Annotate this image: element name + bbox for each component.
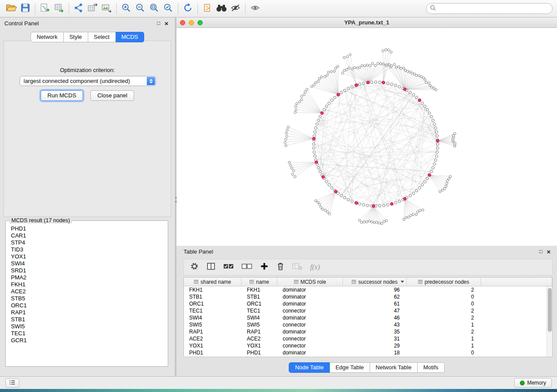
tab-node-table[interactable]: Node Table bbox=[289, 362, 330, 373]
hide-graphics-details-button[interactable] bbox=[228, 3, 242, 15]
task-history-button[interactable] bbox=[5, 378, 19, 388]
table-scrollbar[interactable] bbox=[547, 286, 552, 357]
table-row[interactable]: ORC1ORC1dominator610 bbox=[184, 300, 547, 307]
column-grid-icon bbox=[294, 279, 298, 285]
table-cell: 2 bbox=[407, 287, 481, 293]
run-mcds-button[interactable]: Run MCDS bbox=[41, 90, 83, 101]
gear-icon bbox=[190, 262, 199, 272]
mcds-result-item[interactable]: STB1 bbox=[7, 316, 166, 323]
refresh-view-button[interactable] bbox=[181, 3, 195, 15]
zoom-in-button[interactable] bbox=[119, 3, 133, 15]
tab-network-table[interactable]: Network Table bbox=[370, 362, 418, 373]
node-table-body[interactable]: FKH1FKH1dominator962STB1STB1dominator620… bbox=[184, 286, 547, 357]
show-columns-button[interactable] bbox=[207, 262, 215, 272]
save-button[interactable] bbox=[18, 3, 32, 15]
select-all-rows-button[interactable] bbox=[223, 263, 234, 272]
mcds-result-item[interactable]: SWI4 bbox=[7, 260, 166, 267]
table-row[interactable]: SWI4SWI4dominator462 bbox=[184, 314, 547, 321]
close-table-panel-button[interactable]: × bbox=[545, 248, 553, 255]
copy-network-view-button[interactable] bbox=[201, 3, 214, 15]
table-row[interactable]: SWI5SWI5connector431 bbox=[184, 321, 547, 328]
table-cell: 1 bbox=[407, 322, 481, 328]
tab-network[interactable]: Network bbox=[31, 32, 64, 42]
tab-edge-table[interactable]: Edge Table bbox=[330, 362, 370, 373]
mcds-result-item[interactable]: RAP1 bbox=[7, 309, 166, 316]
table-cell: connector bbox=[277, 343, 343, 349]
mcds-result-item[interactable]: SWI5 bbox=[7, 323, 166, 330]
scrollbar-thumb[interactable] bbox=[548, 288, 552, 332]
optimization-criterion-select[interactable]: largest connected component (undirected) bbox=[20, 76, 156, 86]
open-file-button[interactable] bbox=[4, 3, 18, 15]
export-image-button[interactable] bbox=[100, 3, 114, 15]
table-cell: SWI4 bbox=[184, 315, 242, 321]
delete-column-button[interactable] bbox=[277, 262, 284, 272]
new-network-button[interactable] bbox=[72, 3, 86, 15]
table-panel-tabs: Node Table Edge Table Network Table Moti… bbox=[289, 362, 444, 373]
mcds-result-box: MCDS result (17 nodes) PHD1CAR1STP4TID3Y… bbox=[5, 220, 168, 367]
mcds-result-item[interactable]: CAR1 bbox=[7, 232, 166, 239]
search-input[interactable] bbox=[438, 4, 552, 13]
import-network-icon bbox=[40, 3, 50, 14]
column-header-mcds-role[interactable]: MCDS role bbox=[277, 278, 343, 286]
zoom-out-button[interactable] bbox=[133, 3, 147, 15]
table-cell: 47 bbox=[343, 308, 407, 314]
float-table-panel-button[interactable]: □ bbox=[537, 248, 545, 254]
show-graphics-details-button[interactable] bbox=[248, 3, 262, 15]
column-grid-icon bbox=[194, 279, 198, 285]
network-window-titlebar[interactable]: YPA_prune.txt_1 bbox=[176, 17, 557, 28]
tab-motifs[interactable]: Motifs bbox=[418, 362, 445, 373]
mcds-result-item[interactable]: PMA2 bbox=[7, 274, 166, 281]
mcds-result-item[interactable]: STP4 bbox=[7, 239, 166, 246]
close-panel-button[interactable]: × bbox=[163, 20, 170, 27]
network-canvas[interactable] bbox=[176, 28, 557, 246]
table-cell: 0 bbox=[407, 301, 481, 307]
table-cell: 46 bbox=[343, 315, 407, 321]
mcds-result-item[interactable]: PHD1 bbox=[7, 225, 166, 232]
close-panel-action-button[interactable]: Close panel bbox=[90, 90, 135, 101]
create-column-button[interactable] bbox=[260, 262, 269, 272]
deselect-all-rows-button[interactable] bbox=[242, 263, 252, 272]
column-header-shared-name[interactable]: shared name bbox=[184, 278, 242, 286]
mcds-result-item[interactable]: TID3 bbox=[7, 246, 166, 253]
mcds-result-item[interactable]: ORC1 bbox=[7, 302, 166, 309]
memory-button[interactable]: Memory bbox=[514, 378, 552, 388]
memory-label: Memory bbox=[527, 380, 546, 386]
mcds-result-item[interactable]: FKH1 bbox=[7, 281, 166, 288]
export-table-button[interactable] bbox=[86, 3, 100, 15]
import-table-file-button[interactable] bbox=[52, 3, 66, 15]
mcds-result-item[interactable]: SRD1 bbox=[7, 267, 166, 274]
mcds-result-list[interactable]: PHD1CAR1STP4TID3YOX1SWI4SRD1PMA2FKH1ACE2… bbox=[7, 225, 166, 364]
tab-style[interactable]: Style bbox=[64, 32, 88, 42]
sort-dropdown-icon[interactable] bbox=[401, 281, 404, 283]
table-row[interactable]: PHD1PHD1dominator180 bbox=[184, 349, 547, 356]
network-graph[interactable] bbox=[176, 28, 557, 246]
import-network-file-button[interactable] bbox=[38, 3, 52, 15]
table-row[interactable]: YOX1YOX1connector291 bbox=[184, 342, 547, 349]
table-row[interactable]: STB1STB1dominator620 bbox=[184, 293, 547, 300]
mcds-result-item[interactable]: TEC1 bbox=[7, 330, 166, 337]
table-row[interactable]: TEC1TEC1connector472 bbox=[184, 307, 547, 314]
zoom-fit-button[interactable] bbox=[147, 3, 161, 15]
tab-select[interactable]: Select bbox=[88, 32, 116, 42]
eye-icon bbox=[250, 3, 260, 14]
mcds-result-item[interactable]: YOX1 bbox=[7, 253, 166, 260]
table-cell: ORC1 bbox=[184, 301, 242, 307]
column-header-predecessor-nodes[interactable]: predecessor nodes bbox=[407, 278, 481, 286]
table-cell: RAP1 bbox=[184, 329, 242, 335]
find-button[interactable] bbox=[214, 3, 228, 15]
status-bar: Memory bbox=[0, 376, 557, 389]
toolbar-separator bbox=[197, 3, 198, 14]
zoom-selected-button[interactable] bbox=[161, 3, 175, 15]
float-panel-button[interactable]: □ bbox=[155, 20, 163, 26]
table-row[interactable]: ACE2ACE2connector311 bbox=[184, 335, 547, 342]
mcds-result-item[interactable]: ACE2 bbox=[7, 288, 166, 295]
table-options-button[interactable] bbox=[190, 262, 199, 272]
column-header-name[interactable]: name bbox=[242, 278, 277, 286]
delete-table-icon bbox=[292, 262, 302, 272]
table-row[interactable]: FKH1FKH1dominator962 bbox=[184, 286, 547, 293]
mcds-result-item[interactable]: STB5 bbox=[7, 295, 166, 302]
mcds-result-item[interactable]: GCR1 bbox=[7, 337, 166, 344]
table-row[interactable]: RAP1RAP1dominator352 bbox=[184, 328, 547, 335]
tab-mcds[interactable]: MCDS bbox=[116, 32, 144, 42]
column-header-successor-nodes[interactable]: successor nodes bbox=[343, 278, 407, 286]
